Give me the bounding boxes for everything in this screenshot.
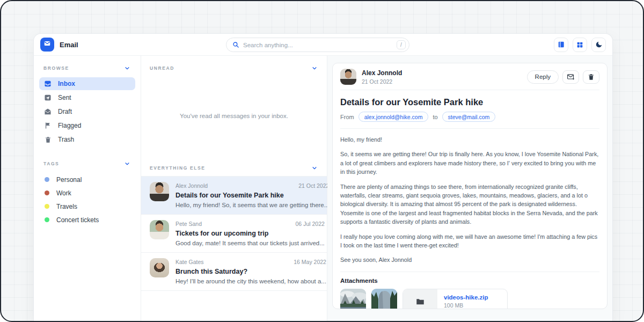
dark-mode-button[interactable] [591, 38, 606, 52]
body-paragraph: Hello, my friend! [340, 135, 599, 144]
email-list-item-kate[interactable]: Kate Gates 16 May 2022 Brunch this Satur… [141, 253, 327, 291]
chevron-down-icon [125, 65, 130, 71]
reply-button[interactable]: Reply [527, 70, 559, 84]
sidebar-item-inbox[interactable]: Inbox [39, 77, 135, 90]
folder-icon [415, 297, 425, 306]
to-email-pill[interactable]: steve@mail.com [442, 112, 496, 122]
everything-else-section-header: EVERYTHING ELSE [141, 156, 327, 176]
email-sender: Kate Gates [175, 259, 204, 265]
attachment-file-size: 100 MB [444, 302, 488, 309]
email-preview: Good day, mate! It seems that our ticket… [175, 240, 325, 246]
grid-icon [576, 41, 583, 48]
email-date: 06 Jul 2022 [296, 221, 325, 227]
tags-collapse-button[interactable] [123, 160, 131, 167]
app-title: Email [60, 41, 78, 49]
header-actions [554, 38, 606, 52]
trash-icon [44, 136, 52, 143]
chevron-down-icon [312, 165, 317, 171]
email-detail-card: Alex Jonnold 21 Oct 2022 Reply [332, 63, 608, 309]
moon-icon [595, 41, 603, 48]
tag-color-dot [45, 191, 49, 195]
sidebar-item-sent[interactable]: Sent [39, 91, 135, 104]
desktop-background: Email / [0, 0, 644, 322]
envelope-icon [43, 40, 51, 49]
browse-section-label: BROWSE [43, 65, 69, 71]
search-shortcut-badge: / [397, 40, 406, 49]
email-subject: Details for our Yosemite Park hike [175, 192, 329, 199]
email-subject: Tickets for our upcoming trip [175, 230, 325, 237]
main-content: BROWSE Inbox Sent [34, 56, 612, 322]
tag-item-concert-tickets[interactable]: Concert tickets [39, 213, 135, 226]
sender-avatar [150, 220, 169, 239]
email-list-item-alex[interactable]: Alex Jonnold 21 Oct 2022 Details for our… [141, 177, 327, 215]
sender-avatar [340, 69, 356, 85]
body-paragraph: So, it seems we are getting there! Our t… [340, 150, 599, 176]
email-app-window: Email / [33, 33, 613, 322]
sidebar-item-flagged[interactable]: Flagged [39, 119, 135, 132]
tag-color-dot [45, 204, 49, 209]
email-body: Hello, my friend! So, it seems we are ge… [340, 129, 599, 272]
detail-subject: Details for our Yosemite Park hike [340, 97, 599, 107]
apps-grid-button[interactable] [573, 38, 587, 52]
email-preview: Hello, my friend! So, it seems that we a… [175, 202, 329, 208]
tag-label: Personal [56, 176, 82, 184]
sent-icon [44, 94, 52, 101]
to-label: to [433, 114, 437, 120]
attachment-file-name[interactable]: videos-hike.zip [444, 294, 488, 301]
email-list-column: UNREAD You've read all messages in your … [141, 56, 327, 322]
detail-date: 21 Oct 2022 [362, 78, 402, 85]
tag-color-dot [45, 217, 49, 222]
from-label: From [340, 114, 354, 120]
browse-collapse-button[interactable] [123, 64, 131, 72]
chevron-down-icon [125, 161, 130, 166]
email-list: Alex Jonnold 21 Oct 2022 Details for our… [141, 176, 327, 291]
attachment-photo-half-dome[interactable] [371, 289, 397, 309]
browse-section-header: BROWSE [39, 63, 135, 77]
mail-forward-icon [567, 73, 575, 81]
tag-label: Concert tickets [56, 216, 99, 224]
attachment-photo-valley[interactable] [340, 289, 366, 309]
tag-color-dot [45, 177, 49, 182]
from-email-pill[interactable]: alex.jonnold@hike.com [358, 112, 429, 122]
trash-icon [588, 74, 595, 80]
body-paragraph: See you soon, Alex Jonnold [340, 255, 599, 264]
sidebar: BROWSE Inbox Sent [34, 56, 141, 322]
email-list-item-pete[interactable]: Pete Sand 06 Jul 2022 Tickets for our up… [141, 215, 327, 253]
sidebar-item-label: Inbox [58, 80, 75, 87]
forward-email-button[interactable] [562, 70, 579, 84]
unread-section-label: UNREAD [150, 65, 174, 71]
tag-label: Work [56, 189, 71, 197]
sidebar-item-draft[interactable]: Draft [39, 105, 135, 118]
notebook-icon [558, 41, 565, 48]
body-paragraph: There are plenty of amazing things to se… [340, 182, 599, 226]
detail-sender-name: Alex Jonnold [362, 69, 402, 77]
search-input[interactable] [243, 42, 393, 48]
app-logo [40, 38, 54, 52]
attachment-file-card[interactable]: videos-hike.zip 100 MB [402, 289, 508, 309]
email-detail-column: Alex Jonnold 21 Oct 2022 Reply [327, 56, 612, 322]
sidebar-item-trash[interactable]: Trash [39, 133, 135, 146]
everything-else-collapse-button[interactable] [311, 164, 318, 172]
email-date: 16 May 2022 [294, 259, 326, 265]
inbox-icon [44, 80, 52, 87]
sender-avatar [150, 258, 169, 277]
flag-icon [44, 122, 52, 129]
sidebar-item-label: Draft [58, 108, 72, 115]
from-to-line: From alex.jonnold@hike.com to steve@mail… [340, 112, 599, 129]
everything-else-section-label: EVERYTHING ELSE [150, 165, 206, 171]
detail-actions: Reply [527, 70, 599, 84]
email-sender: Alex Jonnold [175, 182, 208, 189]
email-sender: Pete Sand [175, 221, 202, 227]
sidebar-item-label: Trash [58, 136, 74, 143]
search-bar[interactable]: / [226, 38, 409, 52]
delete-email-button[interactable] [583, 70, 599, 84]
unread-collapse-button[interactable] [311, 64, 318, 72]
tags-section-header: TAGS [39, 159, 135, 173]
tag-item-personal[interactable]: Personal [39, 173, 135, 186]
attachments-section: Attachments [340, 272, 599, 309]
tag-item-travels[interactable]: Travels [39, 200, 135, 213]
notebook-button[interactable] [554, 38, 568, 52]
draft-icon [44, 108, 52, 115]
tag-item-work[interactable]: Work [39, 186, 135, 200]
sidebar-item-label: Flagged [58, 122, 81, 129]
